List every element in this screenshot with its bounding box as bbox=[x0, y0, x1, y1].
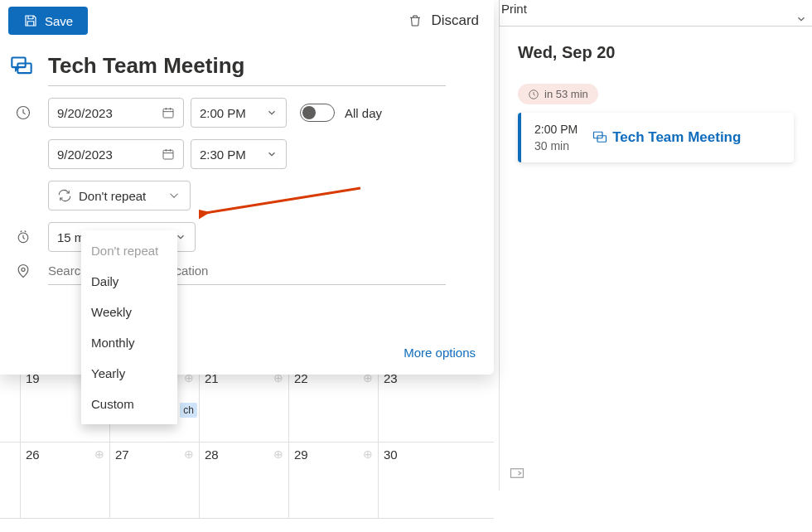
calendar-day-cell[interactable]: 29⊕ bbox=[288, 443, 378, 518]
start-date-value: 9/20/2023 bbox=[57, 106, 113, 120]
repeat-option-dont-repeat[interactable]: Don't repeat bbox=[81, 235, 177, 266]
clock-icon bbox=[15, 104, 31, 121]
add-event-icon[interactable]: ⊕ bbox=[273, 447, 283, 461]
trash-icon bbox=[408, 12, 423, 29]
all-day-toggle[interactable] bbox=[300, 104, 335, 122]
chevron-down-icon bbox=[266, 107, 278, 118]
svg-rect-0 bbox=[12, 57, 25, 67]
discard-label: Discard bbox=[431, 12, 479, 29]
repeat-value: Don't repeat bbox=[79, 189, 146, 203]
end-time-field[interactable]: 2:30 PM bbox=[191, 139, 287, 169]
repeat-option-yearly[interactable]: Yearly bbox=[81, 358, 177, 389]
repeat-icon bbox=[57, 188, 72, 203]
preview-event-title: Tech Team Meeting bbox=[592, 129, 741, 146]
event-editor-panel: Save Discard 9/20/2023 2:00 PM All day bbox=[0, 0, 494, 375]
svg-rect-9 bbox=[597, 136, 607, 143]
chevron-down-icon bbox=[795, 13, 807, 25]
expand-icon[interactable] bbox=[510, 467, 524, 479]
add-event-icon[interactable]: ⊕ bbox=[363, 447, 373, 461]
svg-rect-1 bbox=[17, 63, 31, 73]
event-title-input[interactable] bbox=[48, 53, 446, 79]
start-date-field[interactable]: 9/20/2023 bbox=[48, 98, 184, 128]
end-time-value: 2:30 PM bbox=[200, 148, 246, 162]
repeat-option-monthly[interactable]: Monthly bbox=[81, 327, 177, 358]
preview-event-time: 2:00 PM 30 min bbox=[534, 123, 578, 152]
repeat-dropdown-menu: Don't repeat Daily Weekly Monthly Yearly… bbox=[81, 230, 177, 424]
calendar-day-cell[interactable]: 23 bbox=[378, 366, 467, 442]
day-preview-column: Print Wed, Sep 20 in 53 min 2:00 PM 30 m… bbox=[499, 0, 812, 532]
preview-date-heading: Wed, Sep 20 bbox=[518, 43, 794, 62]
calendar-day-cell[interactable]: 26⊕ bbox=[20, 443, 109, 518]
print-menu-item[interactable]: Print bbox=[499, 0, 812, 27]
chat-icon bbox=[592, 130, 607, 145]
svg-rect-8 bbox=[594, 132, 603, 138]
chat-icon bbox=[10, 55, 33, 78]
repeat-dropdown[interactable]: Don't repeat bbox=[48, 181, 191, 210]
start-time-field[interactable]: 2:00 PM bbox=[191, 98, 287, 128]
calendar-day-cell[interactable]: 27⊕ bbox=[109, 443, 199, 518]
add-event-icon[interactable]: ⊕ bbox=[94, 447, 104, 461]
location-icon bbox=[15, 263, 31, 279]
calendar-day-cell[interactable]: 30 bbox=[378, 443, 467, 518]
countdown-text: in 53 min bbox=[544, 88, 588, 100]
svg-rect-3 bbox=[163, 109, 173, 118]
chevron-down-icon bbox=[266, 148, 278, 160]
calendar-icon bbox=[162, 148, 175, 161]
event-chip[interactable]: ch bbox=[180, 403, 197, 418]
svg-point-6 bbox=[22, 268, 25, 271]
end-date-field[interactable]: 9/20/2023 bbox=[48, 139, 184, 169]
save-button[interactable]: Save bbox=[8, 7, 88, 35]
calendar-icon bbox=[162, 106, 175, 119]
repeat-option-daily[interactable]: Daily bbox=[81, 266, 177, 297]
print-label: Print bbox=[501, 2, 527, 16]
countdown-badge: in 53 min bbox=[518, 84, 598, 104]
bell-icon bbox=[15, 229, 31, 245]
repeat-option-custom[interactable]: Custom bbox=[81, 389, 177, 419]
add-event-icon[interactable]: ⊕ bbox=[184, 447, 194, 461]
more-options-link[interactable]: More options bbox=[404, 346, 476, 360]
calendar-grid: 19⊕ ⊕ch 21⊕ 22⊕ 23 26⊕ 27⊕ 28⊕ 29⊕ 30 bbox=[0, 366, 494, 532]
save-icon bbox=[23, 13, 38, 28]
calendar-day-cell[interactable]: 21⊕ bbox=[199, 366, 288, 442]
repeat-option-weekly[interactable]: Weekly bbox=[81, 297, 177, 327]
end-date-value: 9/20/2023 bbox=[57, 148, 113, 162]
all-day-label: All day bbox=[345, 106, 382, 120]
chevron-down-icon bbox=[167, 188, 181, 203]
start-time-value: 2:00 PM bbox=[200, 106, 246, 120]
save-button-label: Save bbox=[45, 14, 73, 28]
calendar-day-cell[interactable]: 22⊕ bbox=[288, 366, 378, 442]
calendar-day-cell[interactable]: 28⊕ bbox=[199, 443, 288, 518]
svg-rect-4 bbox=[163, 150, 173, 159]
preview-event-card[interactable]: 2:00 PM 30 min Tech Team Meeting bbox=[518, 113, 794, 162]
clock-icon bbox=[528, 89, 539, 100]
discard-button[interactable]: Discard bbox=[408, 12, 479, 29]
